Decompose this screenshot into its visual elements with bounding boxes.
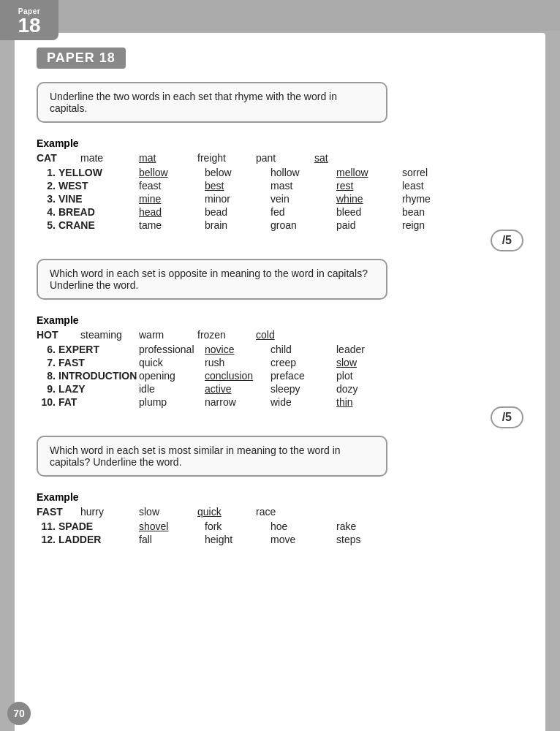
row-word-0: opening bbox=[139, 370, 205, 382]
row-word-0: bellow bbox=[139, 167, 205, 178]
row-word-1: fork bbox=[205, 520, 270, 532]
row-keyword: BREAD bbox=[58, 206, 139, 218]
row-word-3: rake bbox=[336, 520, 402, 532]
word-row-rhyme-2: 3.VINEmineminorveinwhinerhyme bbox=[37, 193, 523, 205]
example-row-rhyme: CATmatematfreightpantsat bbox=[37, 152, 523, 164]
instruction-box-rhyme: Underline the two words in each set that… bbox=[37, 82, 387, 123]
row-word-1: bead bbox=[205, 206, 270, 218]
row-word-4: sorrel bbox=[402, 167, 468, 178]
row-word-0: feast bbox=[139, 180, 205, 192]
row-number: 6. bbox=[37, 344, 58, 355]
row-word-1: minor bbox=[205, 193, 270, 205]
row-keyword: YELLOW bbox=[58, 167, 139, 178]
row-word-1: brain bbox=[205, 219, 270, 231]
row-word-0: professional bbox=[139, 344, 205, 355]
row-word-3: rest bbox=[336, 180, 402, 192]
example-label-opposite: Example bbox=[37, 314, 523, 326]
word-row-rhyme-1: 2.WESTfeastbestmastrestleast bbox=[37, 180, 523, 192]
paper-tab: Paper 18 bbox=[0, 0, 58, 40]
word-row-rhyme-4: 5.CRANEtamebraingroanpaidreign bbox=[37, 219, 523, 231]
row-word-4: reign bbox=[402, 219, 468, 231]
row-word-1: rush bbox=[205, 357, 270, 368]
section-rhyme: Underline the two words in each set that… bbox=[37, 82, 523, 251]
row-number: 5. bbox=[37, 219, 58, 231]
page: PAPER 18 Underline the two words in each… bbox=[15, 33, 545, 731]
example-word-1: mat bbox=[139, 152, 197, 164]
instruction-box-opposite: Which word in each set is opposite in me… bbox=[37, 259, 387, 300]
paper-header: PAPER 18 bbox=[37, 48, 126, 69]
row-keyword: LAZY bbox=[58, 383, 139, 395]
row-word-2: move bbox=[270, 534, 336, 545]
row-number: 12. bbox=[37, 534, 58, 545]
row-word-2: preface bbox=[270, 370, 336, 382]
row-word-1: active bbox=[205, 383, 270, 395]
section-opposite: Which word in each set is opposite in me… bbox=[37, 259, 523, 428]
word-row-opposite-0: 6.EXPERTprofessionalnovicechildleader bbox=[37, 344, 523, 355]
row-word-4: bean bbox=[402, 206, 468, 218]
example-row-opposite: HOTsteamingwarmfrozencold bbox=[37, 329, 523, 341]
word-row-opposite-2: 8.INTRODUCTIONopeningconclusionprefacepl… bbox=[37, 370, 523, 382]
row-word-0: tame bbox=[139, 219, 205, 231]
word-row-opposite-4: 10.FATplumpnarrowwidethin bbox=[37, 396, 523, 408]
word-row-opposite-1: 7.FASTquickrushcreepslow bbox=[37, 357, 523, 368]
row-word-4: least bbox=[402, 180, 468, 192]
word-row-rhyme-0: 1.YELLOWbellowbelowhollowmellowsorrel bbox=[37, 167, 523, 178]
score-row-opposite: /5 bbox=[37, 409, 523, 428]
row-word-1: conclusion bbox=[205, 370, 270, 382]
word-row-rhyme-3: 4.BREADheadbeadfedbleedbean bbox=[37, 206, 523, 218]
example-word-1: warm bbox=[139, 329, 197, 341]
paper-tab-number: 18 bbox=[18, 15, 40, 36]
row-word-3: leader bbox=[336, 344, 402, 355]
example-word-3: cold bbox=[256, 329, 314, 341]
example-word-0: hurry bbox=[80, 506, 139, 518]
row-word-3: dozy bbox=[336, 383, 402, 395]
row-word-0: head bbox=[139, 206, 205, 218]
page-number: 70 bbox=[7, 702, 31, 725]
row-word-0: mine bbox=[139, 193, 205, 205]
row-word-1: below bbox=[205, 167, 270, 178]
row-keyword: FAT bbox=[58, 396, 139, 408]
example-label-rhyme: Example bbox=[37, 137, 523, 149]
row-word-1: narrow bbox=[205, 396, 270, 408]
row-word-2: sleepy bbox=[270, 383, 336, 395]
sections-container: Underline the two words in each set that… bbox=[37, 82, 523, 545]
row-keyword: CRANE bbox=[58, 219, 139, 231]
row-word-2: groan bbox=[270, 219, 336, 231]
example-word-0: steaming bbox=[80, 329, 139, 341]
row-number: 3. bbox=[37, 193, 58, 205]
row-word-2: hollow bbox=[270, 167, 336, 178]
row-number: 2. bbox=[37, 180, 58, 192]
top-bar bbox=[0, 0, 560, 31]
instruction-box-similar: Which word in each set is most similar i… bbox=[37, 436, 387, 477]
row-word-0: shovel bbox=[139, 520, 205, 532]
example-keyword: FAST bbox=[37, 506, 80, 518]
word-row-similar-0: 11.SPADEshovelforkhoerake bbox=[37, 520, 523, 532]
example-word-3: pant bbox=[256, 152, 314, 164]
row-word-4: rhyme bbox=[402, 193, 468, 205]
row-keyword: SPADE bbox=[58, 520, 139, 532]
example-word-2: frozen bbox=[197, 329, 256, 341]
row-word-2: creep bbox=[270, 357, 336, 368]
row-keyword: FAST bbox=[58, 357, 139, 368]
row-word-1: novice bbox=[205, 344, 270, 355]
score-badge-rhyme: /5 bbox=[491, 230, 523, 251]
example-word-2: quick bbox=[197, 506, 256, 518]
row-word-2: mast bbox=[270, 180, 336, 192]
row-word-2: fed bbox=[270, 206, 336, 218]
row-word-3: plot bbox=[336, 370, 402, 382]
section-similar: Which word in each set is most similar i… bbox=[37, 436, 523, 545]
row-word-3: thin bbox=[336, 396, 402, 408]
row-word-2: child bbox=[270, 344, 336, 355]
row-word-1: height bbox=[205, 534, 270, 545]
row-word-3: mellow bbox=[336, 167, 402, 178]
example-keyword: HOT bbox=[37, 329, 80, 341]
example-word-1: slow bbox=[139, 506, 197, 518]
row-word-3: paid bbox=[336, 219, 402, 231]
row-number: 7. bbox=[37, 357, 58, 368]
row-word-0: fall bbox=[139, 534, 205, 545]
example-keyword: CAT bbox=[37, 152, 80, 164]
word-row-opposite-3: 9.LAZYidleactivesleepydozy bbox=[37, 383, 523, 395]
row-word-3: steps bbox=[336, 534, 402, 545]
row-word-2: hoe bbox=[270, 520, 336, 532]
row-word-0: quick bbox=[139, 357, 205, 368]
